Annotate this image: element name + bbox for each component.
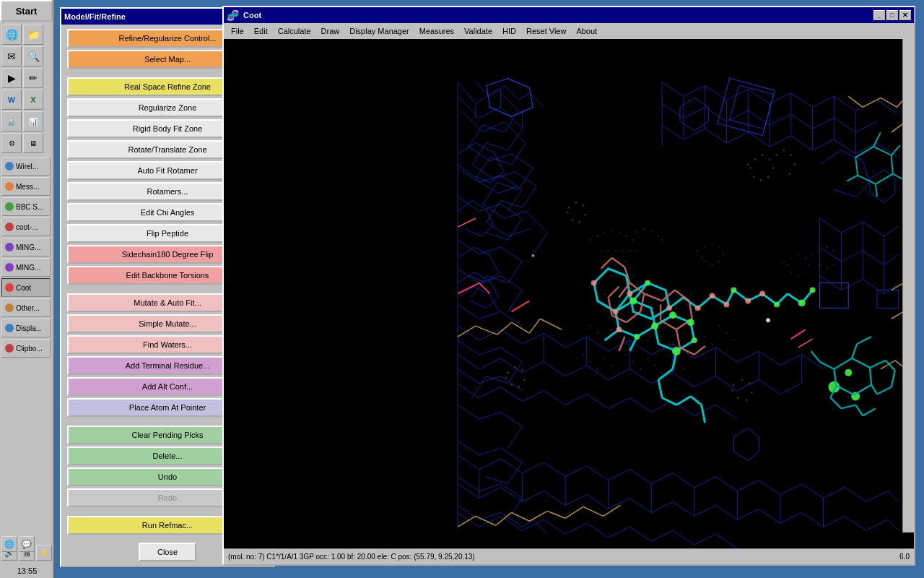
viewport-scrollbar[interactable] [902,39,914,532]
svg-point-131 [618,336,619,337]
menu-reset-view[interactable]: Reset View [522,25,570,37]
app4-icon[interactable]: 🖥 [23,133,43,153]
svg-point-306 [582,204,584,207]
svg-point-184 [884,181,885,183]
coot-minimize[interactable]: _ [873,10,885,20]
svg-point-148 [583,354,584,355]
svg-point-166 [804,257,806,259]
svg-point-283 [747,163,749,165]
svg-point-143 [704,336,705,337]
svg-point-150 [597,368,598,370]
menu-measures[interactable]: Measures [415,25,458,37]
svg-point-188 [862,181,863,183]
tray-icon-5[interactable]: 💬 [19,536,35,552]
svg-point-169 [798,275,799,276]
menu-display-manager[interactable]: Display Manager [345,25,414,37]
taskbar: Start 🌐 📁 ✉ 🔍 ▶ ✏ W X 🔬 📊 ⚙ 🖥 Wirel.. [0,0,54,578]
taskbar-app-ming1[interactable]: MING... [1,238,51,256]
svg-point-292 [775,154,777,156]
svg-point-293 [783,149,785,151]
app1-icon[interactable]: 🔬 [1,111,22,131]
menu-hid[interactable]: HID [498,25,520,37]
ie-icon[interactable]: 🌐 [1,25,22,45]
svg-point-251 [845,369,852,376]
svg-point-95 [704,261,705,262]
svg-point-312 [741,379,744,381]
svg-point-314 [751,392,753,394]
svg-point-85 [650,230,652,232]
taskbar-app-displa[interactable]: Displa... [1,319,51,337]
svg-point-133 [632,325,634,327]
svg-point-302 [510,384,513,386]
taskbar-app-coot-s[interactable]: coot-... [1,217,51,236]
folder-icon[interactable]: 📁 [23,25,43,45]
svg-point-152 [611,365,612,366]
svg-point-319 [531,254,534,257]
svg-point-163 [783,261,785,262]
search-icon[interactable]: 🔍 [23,46,43,66]
mail-icon[interactable]: ✉ [1,46,22,66]
coot-titlebar: 🧬 Coot _ □ ✕ [224,7,914,23]
menu-edit[interactable]: Edit [250,25,272,37]
svg-rect-0 [232,39,905,548]
taskbar-app-mess[interactable]: Mess... [1,177,51,196]
svg-point-182 [873,171,874,173]
svg-point-124 [690,293,692,294]
taskbar-app-bbc[interactable]: BBC S... [1,197,51,216]
menu-about[interactable]: About [572,25,601,37]
svg-point-76 [590,239,591,241]
svg-point-117 [665,303,666,305]
ming1-icon [5,243,14,251]
svg-point-80 [618,232,619,233]
start-label: Start [16,6,38,17]
menu-file[interactable]: File [227,25,248,37]
svg-point-93 [718,261,720,262]
taskbar-app-other[interactable]: Other... [1,298,51,317]
svg-point-94 [711,264,712,266]
tray-icon-4[interactable]: 🌐 [1,536,17,552]
pencil-icon[interactable]: ✏ [23,68,43,88]
svg-point-253 [627,291,632,297]
svg-point-298 [514,366,516,368]
coot-title: Coot [243,11,261,20]
taskbar-app-ming2[interactable]: MING... [1,258,51,277]
media-icon[interactable]: ▶ [1,68,22,88]
svg-point-72 [614,250,616,251]
close-btn[interactable]: Close [139,543,196,561]
app2-icon[interactable]: 📊 [23,111,43,131]
svg-point-181 [866,174,867,176]
svg-point-311 [733,384,735,386]
svg-point-127 [590,325,591,327]
svg-point-245 [774,301,780,307]
word-icon[interactable]: W [1,90,22,110]
svg-point-183 [880,174,881,176]
menu-draw[interactable]: Draw [317,25,344,37]
svg-point-91 [718,246,720,248]
svg-point-252 [613,309,619,314]
svg-point-310 [567,212,569,214]
menu-calculate[interactable]: Calculate [274,25,315,37]
svg-point-77 [597,236,598,237]
coot-close[interactable]: ✕ [899,10,911,20]
app3-icon[interactable]: ⚙ [1,133,22,153]
menu-validate[interactable]: Validate [460,25,497,37]
svg-point-168 [804,272,806,273]
svg-point-259 [745,298,751,303]
clipbo-icon [5,344,14,353]
taskbar-app-coot[interactable]: Coot [1,278,51,297]
coot-maximize[interactable]: □ [886,10,898,20]
taskbar-app-wirel[interactable]: Wirel... [1,157,51,176]
start-button[interactable]: Start [0,0,53,22]
svg-point-154 [625,354,627,355]
svg-point-248 [810,288,816,293]
coot-viewport[interactable] [224,39,914,548]
excel-icon[interactable]: X [23,90,43,110]
tray-icon-3[interactable]: ⚡ [36,545,52,561]
svg-point-161 [676,361,677,363]
taskbar-app-clipbo[interactable]: Clipbo... [1,339,51,358]
bbc-icon [5,202,14,211]
svg-point-296 [788,173,790,175]
svg-point-70 [600,250,601,251]
svg-point-288 [767,176,770,178]
svg-point-142 [697,329,699,330]
